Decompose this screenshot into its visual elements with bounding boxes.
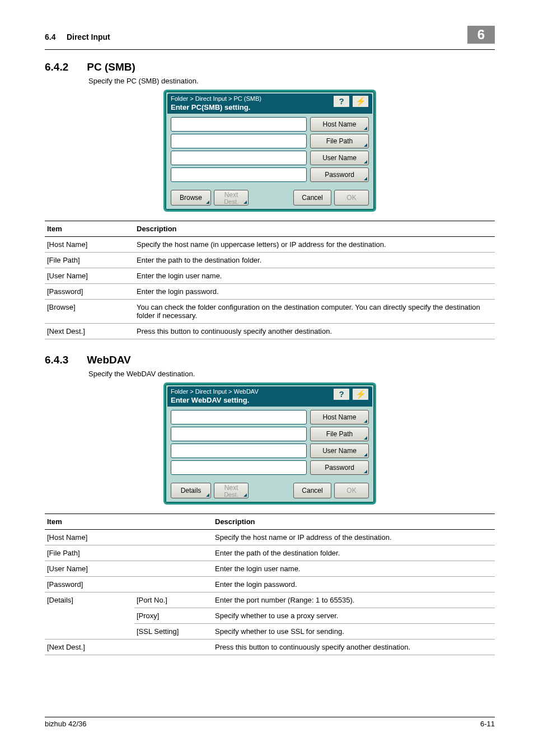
user-name-input[interactable] bbox=[171, 444, 307, 458]
cell-desc: Enter the port number (Range: 1 to 65535… bbox=[213, 592, 495, 608]
file-path-input[interactable] bbox=[171, 427, 307, 441]
user-name-button[interactable]: User Name bbox=[310, 444, 369, 458]
titlebar-icons: ? ⚡ bbox=[333, 95, 369, 108]
corner-icon bbox=[364, 470, 367, 473]
table-row: [Next Dest.]Press this button to continu… bbox=[45, 640, 495, 655]
form-area: Host Name File Path User Name Password bbox=[167, 407, 372, 480]
cell-desc: Enter the path of the destination folder… bbox=[213, 545, 495, 561]
section-title: Direct Input bbox=[67, 32, 110, 41]
password-input[interactable] bbox=[171, 460, 307, 475]
row-filepath: File Path bbox=[171, 427, 369, 441]
cancel-label: Cancel bbox=[302, 194, 322, 202]
row-hostname: Host Name bbox=[171, 410, 369, 424]
ok-button[interactable]: OK bbox=[334, 483, 369, 498]
energy-icon[interactable]: ⚡ bbox=[352, 95, 369, 108]
dialog-subtitle: Enter WebDAV setting. bbox=[171, 396, 259, 405]
file-path-button[interactable]: File Path bbox=[310, 134, 369, 148]
next-label: Next bbox=[224, 191, 238, 199]
cell-desc: Press this button to continuously specif… bbox=[213, 640, 495, 655]
cancel-button[interactable]: Cancel bbox=[293, 483, 331, 498]
heading-text: PC (SMB) bbox=[87, 61, 135, 73]
cell-desc: Specify whether to use a proxy server. bbox=[213, 608, 495, 624]
file-path-input[interactable] bbox=[171, 134, 307, 148]
heading-webdav: 6.4.3 WebDAV bbox=[45, 354, 495, 366]
cell-desc: Specify the host name (in uppercase lett… bbox=[134, 237, 495, 253]
details-button[interactable]: Details bbox=[171, 483, 211, 498]
cell-desc: Specify whether to use SSL for sending. bbox=[213, 624, 495, 640]
row-password: Password bbox=[171, 460, 369, 475]
cell-desc: Enter the login password. bbox=[134, 284, 495, 300]
breadcrumb: Folder > Direct Input > WebDAV bbox=[171, 388, 259, 396]
corner-icon bbox=[364, 127, 367, 130]
host-name-button[interactable]: Host Name bbox=[310, 117, 369, 132]
corner-icon bbox=[364, 419, 367, 423]
table-row: [File Path]Enter the path to the destina… bbox=[45, 253, 495, 268]
cell-item: [Password] bbox=[45, 577, 213, 592]
browse-button[interactable]: Browse bbox=[171, 190, 211, 206]
corner-icon bbox=[206, 200, 209, 204]
host-name-button[interactable]: Host Name bbox=[310, 410, 369, 424]
cell-item: [Next Dest.] bbox=[45, 324, 134, 339]
corner-icon bbox=[206, 493, 209, 497]
row-hostname: Host Name bbox=[171, 117, 369, 132]
titlebar-left: Folder > Direct Input > WebDAV Enter Web… bbox=[171, 388, 259, 405]
intro-webdav: Specify the WebDAV destination. bbox=[88, 370, 495, 378]
cell-item: [File Path] bbox=[45, 253, 134, 268]
password-label: Password bbox=[325, 171, 354, 179]
cell-item: [Details] bbox=[45, 592, 134, 640]
password-button[interactable]: Password bbox=[310, 460, 369, 475]
heading-smb: 6.4.2 PC (SMB) bbox=[45, 61, 495, 73]
cell-item: [Browse] bbox=[45, 300, 134, 324]
help-icon[interactable]: ? bbox=[333, 388, 350, 400]
password-input[interactable] bbox=[171, 167, 307, 182]
corner-icon bbox=[364, 436, 367, 440]
password-label: Password bbox=[325, 464, 354, 472]
user-name-button[interactable]: User Name bbox=[310, 151, 369, 165]
cell-desc: Press this button to continuously specif… bbox=[134, 324, 495, 339]
smb-titlebar: Folder > Direct Input > PC (SMB) Enter P… bbox=[167, 94, 372, 114]
cell-item: [Host Name] bbox=[45, 237, 134, 253]
smb-table: Item Description [Host Name]Specify the … bbox=[45, 221, 495, 339]
file-path-button[interactable]: File Path bbox=[310, 427, 369, 441]
table-row: [Host Name]Specify the host name (in upp… bbox=[45, 237, 495, 253]
energy-icon[interactable]: ⚡ bbox=[352, 388, 369, 400]
dest-label: Dest. bbox=[224, 491, 238, 498]
next-dest-button[interactable]: Next Dest. bbox=[214, 483, 249, 498]
password-button[interactable]: Password bbox=[310, 167, 369, 182]
heading-text: WebDAV bbox=[87, 354, 130, 366]
user-name-label: User Name bbox=[322, 447, 357, 455]
table-row: [Browse]You can check the folder configu… bbox=[45, 300, 495, 324]
titlebar-icons: ? ⚡ bbox=[333, 388, 369, 400]
cell-desc: You can check the folder configuration o… bbox=[134, 300, 495, 324]
cell-sub: [Port No.] bbox=[134, 592, 213, 608]
row-username: User Name bbox=[171, 151, 369, 165]
user-name-input[interactable] bbox=[171, 151, 307, 165]
table-row: [File Path]Enter the path of the destina… bbox=[45, 545, 495, 561]
webdav-titlebar: Folder > Direct Input > WebDAV Enter Web… bbox=[167, 386, 372, 407]
table-row: [User Name]Enter the login user name. bbox=[45, 268, 495, 284]
cell-sub: [Proxy] bbox=[134, 608, 213, 624]
cancel-button[interactable]: Cancel bbox=[293, 190, 331, 206]
next-dest-button[interactable]: Next Dest. bbox=[214, 190, 249, 206]
cell-item: [User Name] bbox=[45, 561, 213, 577]
ok-button[interactable]: OK bbox=[334, 190, 369, 206]
cell-desc: Enter the login user name. bbox=[213, 561, 495, 577]
cell-item: [File Path] bbox=[45, 545, 213, 561]
dialog-subtitle: Enter PC(SMB) setting. bbox=[171, 103, 261, 112]
host-name-input[interactable] bbox=[171, 410, 307, 424]
table-row: [Password]Enter the login password. bbox=[45, 284, 495, 300]
host-name-label: Host Name bbox=[322, 120, 356, 128]
dest-label: Dest. bbox=[224, 198, 238, 205]
table-row: [User Name]Enter the login user name. bbox=[45, 561, 495, 577]
host-name-input[interactable] bbox=[171, 117, 307, 132]
th-item: Item bbox=[45, 221, 134, 237]
section-number: 6.4 bbox=[45, 32, 55, 41]
user-name-label: User Name bbox=[322, 154, 357, 162]
footer-page: 6-11 bbox=[480, 720, 495, 728]
help-icon[interactable]: ? bbox=[333, 95, 350, 108]
th-desc: Description bbox=[213, 514, 495, 530]
titlebar-left: Folder > Direct Input > PC (SMB) Enter P… bbox=[171, 95, 261, 112]
th-item: Item bbox=[45, 514, 213, 530]
heading-number: 6.4.3 bbox=[45, 354, 84, 366]
table-row: [Password]Enter the login password. bbox=[45, 577, 495, 592]
